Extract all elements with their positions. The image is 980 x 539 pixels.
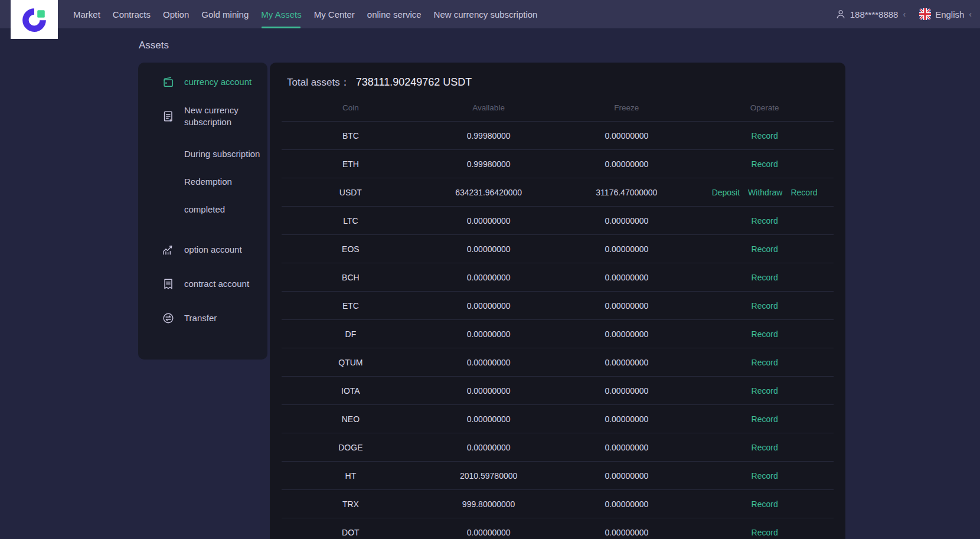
freeze-cell: 0.00000000 <box>558 358 696 367</box>
freeze-cell: 0.00000000 <box>558 414 696 424</box>
svg-text:¥: ¥ <box>169 118 172 122</box>
record-link[interactable]: Record <box>752 443 778 452</box>
sidebar-item-currency-account[interactable]: currency account <box>138 74 267 90</box>
total-assets: Total assets： 738111.90249762 USDT <box>270 63 845 89</box>
table-row: EOS 0.00000000 0.00000000 Record <box>282 234 834 263</box>
coin-cell: EOS <box>282 244 420 254</box>
record-link[interactable]: Record <box>752 329 778 339</box>
record-link[interactable]: Record <box>752 471 778 481</box>
table-row: LTC 0.00000000 0.00000000 Record <box>282 206 834 234</box>
language-selector[interactable]: English ‹ <box>919 8 972 20</box>
asset-table: Coin Available Freeze Operate BTC 0.9998… <box>282 94 834 539</box>
sidebar-item-label: contract account <box>184 278 249 290</box>
coin-cell: DOGE <box>282 443 420 452</box>
operate-cell: Record <box>695 414 834 424</box>
withdraw-link[interactable]: Withdraw <box>748 188 782 197</box>
sidebar-item-label: currency account <box>184 76 251 88</box>
sidebar-item-completed[interactable]: completed <box>138 202 267 217</box>
record-link[interactable]: Record <box>752 301 778 311</box>
operate-cell: Record <box>695 216 834 226</box>
nav-right-cluster: 188****8888 ‹ English ‹ <box>835 0 972 28</box>
record-link[interactable]: Record <box>752 131 778 141</box>
coin-cell: TRX <box>282 499 420 509</box>
operate-cell: Record <box>695 443 834 452</box>
sidebar-item-label: New currency subscription <box>184 104 249 128</box>
nav-item-market[interactable]: Market <box>73 0 100 28</box>
operate-cell: Record <box>695 386 834 396</box>
coin-cell: IOTA <box>282 386 420 396</box>
contract-icon <box>162 277 175 290</box>
record-link[interactable]: Record <box>752 528 778 537</box>
nav-item-option[interactable]: Option <box>163 0 189 28</box>
freeze-cell: 31176.47000000 <box>558 188 696 197</box>
table-row: DF 0.00000000 0.00000000 Record <box>282 319 834 348</box>
user-phone: 188****8888 <box>850 9 899 19</box>
coin-cell: BTC <box>282 131 420 141</box>
coin-cell: QTUM <box>282 358 420 367</box>
table-row: BCH 0.00000000 0.00000000 Record <box>282 263 834 291</box>
coin-cell: DF <box>282 329 420 339</box>
sidebar-item-label: Transfer <box>184 312 217 324</box>
deposit-link[interactable]: Deposit <box>712 188 740 197</box>
total-assets-label: Total assets： <box>287 76 350 89</box>
table-row: DOGE 0.00000000 0.00000000 Record <box>282 433 834 461</box>
nav-item-gold-mining[interactable]: Gold mining <box>201 0 249 28</box>
nav-item-new-currency-subscription[interactable]: New currency subscription <box>434 0 538 28</box>
operate-cell: Record <box>695 273 834 282</box>
freeze-cell: 0.00000000 <box>558 244 696 254</box>
user-menu[interactable]: 188****8888 ‹ <box>835 9 906 19</box>
sidebar-item-contract-account[interactable]: contract account <box>138 276 267 292</box>
available-cell: 634231.96420000 <box>420 188 558 197</box>
table-row: QTUM 0.00000000 0.00000000 Record <box>282 348 834 376</box>
header-freeze: Freeze <box>558 103 696 112</box>
available-cell: 0.00000000 <box>420 244 558 254</box>
table-row: HT 2010.59780000 0.00000000 Record <box>282 461 834 489</box>
table-header: Coin Available Freeze Operate <box>282 94 834 121</box>
nav-item-my-center[interactable]: My Center <box>314 0 355 28</box>
freeze-cell: 0.00000000 <box>558 471 696 481</box>
coin-cell: BCH <box>282 273 420 282</box>
user-icon <box>835 9 846 19</box>
record-link[interactable]: Record <box>752 244 778 254</box>
sidebar-item-option-account[interactable]: option account <box>138 242 267 257</box>
table-row: IOTA 0.00000000 0.00000000 Record <box>282 376 834 404</box>
header-coin: Coin <box>282 103 420 112</box>
sidebar-item-during-subscription[interactable]: During subscription <box>138 146 267 162</box>
sidebar-item-new-currency-subscription[interactable]: ¥ New currency subscription <box>138 103 267 129</box>
available-cell: 0.99980000 <box>420 159 558 169</box>
record-link[interactable]: Record <box>752 358 778 367</box>
operate-cell: Record <box>695 244 834 254</box>
chart-icon <box>162 243 175 256</box>
sidebar-item-label: Redemption <box>184 176 232 188</box>
record-link[interactable]: Record <box>752 414 778 424</box>
record-link[interactable]: Record <box>752 499 778 509</box>
record-link[interactable]: Record <box>752 386 778 396</box>
nav-item-online-service[interactable]: online service <box>367 0 422 28</box>
nav-item-contracts[interactable]: Contracts <box>113 0 151 28</box>
sidebar-item-redemption[interactable]: Redemption <box>138 174 267 190</box>
coin-cell: ETC <box>282 301 420 311</box>
record-link[interactable]: Record <box>752 159 778 169</box>
table-row: DOT 0.00000000 0.00000000 Record <box>282 518 834 539</box>
sidebar-item-label: option account <box>184 244 242 256</box>
coin-cell: USDT <box>282 188 420 197</box>
sidebar-item-transfer[interactable]: Transfer <box>138 311 267 326</box>
freeze-cell: 0.00000000 <box>558 329 696 339</box>
operate-cell: Record <box>695 471 834 481</box>
operate-cell: DepositWithdrawRecord <box>695 188 834 197</box>
sidebar-item-label: During subscription <box>184 148 260 160</box>
freeze-cell: 0.00000000 <box>558 528 696 537</box>
nav-item-my-assets[interactable]: My Assets <box>261 0 301 28</box>
sidebar-item-label: completed <box>184 204 225 215</box>
coin-cell: DOT <box>282 528 420 537</box>
total-assets-value: 738111.90249762 USDT <box>356 76 472 89</box>
logo[interactable] <box>11 0 58 39</box>
available-cell: 2010.59780000 <box>420 471 558 481</box>
available-cell: 0.00000000 <box>420 386 558 396</box>
invoice-icon: ¥ <box>162 110 175 123</box>
record-link[interactable]: Record <box>790 188 817 197</box>
coin-cell: LTC <box>282 216 420 226</box>
record-link[interactable]: Record <box>752 273 778 282</box>
operate-cell: Record <box>695 329 834 339</box>
record-link[interactable]: Record <box>752 216 778 226</box>
